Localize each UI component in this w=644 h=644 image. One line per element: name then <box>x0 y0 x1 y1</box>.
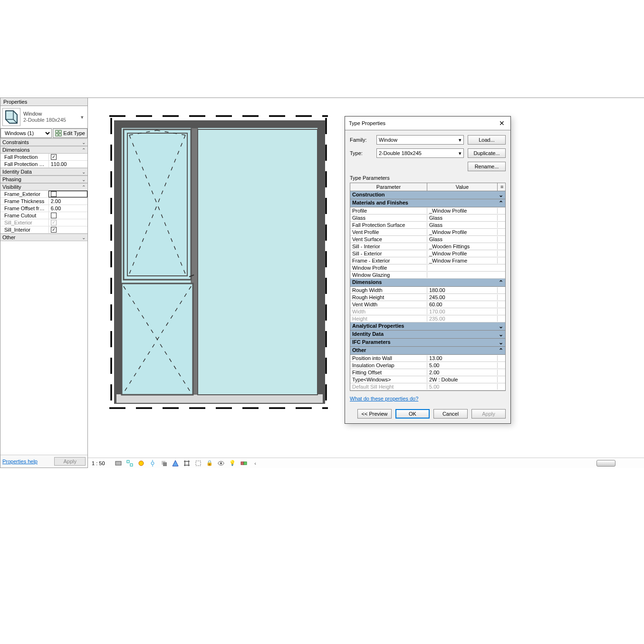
rename-button[interactable]: Rename... <box>468 162 506 171</box>
visual-style-icon[interactable] <box>137 459 145 467</box>
val-frame-exterior[interactable] <box>48 191 87 197</box>
shadows-icon[interactable] <box>160 459 168 467</box>
chevron-icon: ⌄ <box>499 323 503 330</box>
param-frame-exterior: Frame_Exterior <box>0 191 48 197</box>
load-button[interactable]: Load... <box>468 135 506 145</box>
col-equals[interactable]: = <box>498 183 505 191</box>
type-label: Type: <box>350 150 373 156</box>
val-fall-protection-height[interactable]: 110.00 <box>48 161 87 167</box>
properties-panel: Properties Window 2-Double 180x245 ▾ Win… <box>0 98 88 468</box>
type-select[interactable]: 2-Double 180x245▾ <box>376 148 464 158</box>
scale-list-icon[interactable] <box>115 459 122 467</box>
type-name: 2-Double 180x245 <box>23 117 79 123</box>
type-parameters-grid: Parameter Value = Construction⌄ Material… <box>350 183 506 391</box>
cat-identity[interactable]: Identity Data⌄ <box>0 168 87 176</box>
worksets-icon[interactable] <box>240 459 248 467</box>
type-properties-dialog: Type Properties ✕ Family: Window▾ Load..… <box>345 116 511 424</box>
val-frame-offset[interactable]: 6.00 <box>48 205 87 212</box>
cat-visibility[interactable]: Visibility⌃ <box>0 183 87 191</box>
svg-rect-1 <box>59 130 61 133</box>
cat-dimensions[interactable]: Dimensions⌃ <box>350 279 505 287</box>
svg-rect-32 <box>196 461 201 466</box>
crop-region-visible-icon[interactable] <box>194 459 202 467</box>
edit-type-button[interactable]: Edit Type <box>53 128 87 138</box>
family-name: Window <box>23 111 79 117</box>
duplicate-button[interactable]: Duplicate... <box>468 148 506 158</box>
preview-button[interactable]: << Preview <box>357 409 392 419</box>
detail-level-icon[interactable] <box>126 459 134 467</box>
cancel-button[interactable]: Cancel <box>433 409 468 419</box>
chevron-icon: ⌄ <box>499 331 503 338</box>
cat-construction[interactable]: Construction⌄ <box>350 191 505 199</box>
sun-path-icon[interactable] <box>149 459 156 467</box>
ok-button[interactable]: OK <box>395 409 430 419</box>
family-select[interactable]: Window▾ <box>376 135 464 145</box>
cat-other[interactable]: Other⌄ <box>0 234 87 241</box>
properties-apply-button[interactable]: Apply <box>54 457 86 466</box>
param-frame-offset: Frame Offset from Wall <box>0 205 48 211</box>
param-fall-protection: Fall Protection <box>0 154 48 160</box>
cat-other[interactable]: Other⌃ <box>350 347 505 355</box>
chevron-down-icon: ▾ <box>459 137 461 143</box>
chevron-icon: ⌄ <box>499 192 503 198</box>
instance-filter-select[interactable]: Windows (1) <box>0 128 52 138</box>
cat-dimensions[interactable]: Dimensions⌃ <box>0 146 87 154</box>
properties-help-link[interactable]: Properties help <box>2 459 38 464</box>
cat-analytical[interactable]: Analytical Properties⌄ <box>350 322 505 331</box>
val-sill-interior[interactable]: ✓ <box>48 226 87 233</box>
reveal-hidden-icon[interactable]: 💡 <box>229 459 236 467</box>
checkbox-checked-icon[interactable]: ✓ <box>51 154 57 160</box>
view-scale[interactable]: 1 : 50 <box>92 460 111 466</box>
chevron-down-icon: ▾ <box>459 150 461 156</box>
window-elevation-drawing <box>105 107 333 412</box>
param-sill-interior: Sill_Interior <box>0 227 48 233</box>
checkbox-icon[interactable] <box>51 213 57 218</box>
svg-rect-23 <box>115 461 121 465</box>
viewport-scrollbar[interactable] <box>596 460 615 467</box>
cat-phasing[interactable]: Phasing⌄ <box>0 176 87 183</box>
type-selector[interactable]: Window 2-Double 180x245 ▾ <box>0 106 87 128</box>
cat-constraints[interactable]: Constraints⌄ <box>0 138 87 146</box>
dialog-close-button[interactable]: ✕ <box>497 118 507 128</box>
val-sill-exterior: ✓ <box>48 219 87 226</box>
svg-rect-21 <box>198 129 317 395</box>
svg-point-26 <box>139 461 144 466</box>
edit-type-label: Edit Type <box>63 130 85 136</box>
chevron-icon: ⌄ <box>82 235 86 240</box>
chevron-icon: ⌄ <box>82 140 86 145</box>
analytical-icon[interactable]: ‹ <box>251 459 259 467</box>
val-frame-thickness[interactable]: 2.00 <box>48 198 87 205</box>
svg-rect-25 <box>130 464 133 466</box>
chevron-icon: ⌄ <box>499 339 503 346</box>
apply-button[interactable]: Apply <box>471 409 506 419</box>
checkbox-icon[interactable] <box>51 191 57 197</box>
val-fall-protection[interactable]: ✓ <box>48 154 87 160</box>
svg-rect-36 <box>244 462 247 465</box>
svg-point-27 <box>151 462 154 465</box>
param-sill-exterior: Sill_Exterior <box>0 220 48 225</box>
col-value: Value <box>427 183 498 191</box>
properties-help-link[interactable]: What do these properties do? <box>350 396 418 401</box>
crop-view-icon[interactable] <box>183 459 191 467</box>
svg-rect-13 <box>127 133 187 276</box>
lock-3d-icon[interactable]: 🔒 <box>206 459 213 467</box>
param-frame-thickness: Frame Thickness <box>0 198 48 204</box>
view-control-bar: 1 : 50 🔒 💡 ‹ <box>88 458 644 468</box>
chevron-up-icon: ⌃ <box>499 279 503 286</box>
edit-type-icon <box>55 130 62 137</box>
svg-rect-0 <box>56 130 58 133</box>
checkbox-checked-icon[interactable]: ✓ <box>51 227 57 233</box>
rendering-icon[interactable] <box>172 459 179 467</box>
chevron-up-icon: ⌃ <box>499 347 503 354</box>
svg-rect-24 <box>127 460 129 463</box>
type-parameters-label: Type Parameters <box>350 175 506 181</box>
svg-rect-35 <box>241 462 244 465</box>
family-label: Family: <box>350 137 373 143</box>
cat-identity-data[interactable]: Identity Data⌄ <box>350 331 505 339</box>
temp-hide-icon[interactable] <box>217 459 225 467</box>
window-type-icon <box>2 108 20 126</box>
cat-ifc[interactable]: IFC Parameters⌄ <box>350 339 505 347</box>
type-dropdown-arrow[interactable]: ▾ <box>79 114 86 120</box>
cat-materials[interactable]: Materials and Finishes⌃ <box>350 199 505 207</box>
val-frame-cutout[interactable] <box>48 212 87 219</box>
